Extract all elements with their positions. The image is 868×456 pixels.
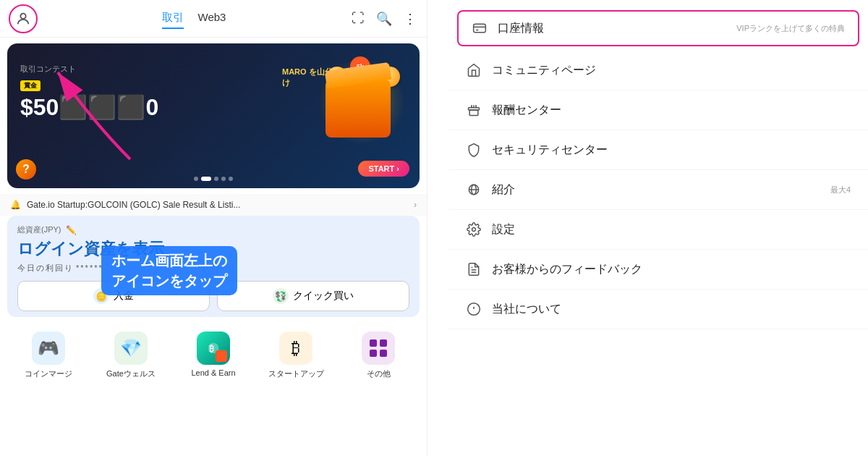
menu-text-referral: 紹介: [492, 182, 820, 198]
menu-text-account: 口座情報: [498, 21, 726, 36]
shortcut-other[interactable]: その他: [337, 332, 420, 379]
start-button[interactable]: START ›: [358, 161, 409, 177]
menu-badge-referral: 最大4: [830, 185, 851, 195]
menu-item-rewards[interactable]: 報酬センター: [448, 90, 868, 130]
lend-earn-icon: ₿: [197, 332, 230, 365]
menu-text-feedback: お客様からのフィードバック: [492, 262, 851, 277]
svg-text:₿: ₿: [209, 344, 214, 354]
account-icon: [472, 20, 488, 36]
svg-point-16: [472, 228, 476, 232]
shortcut-startup[interactable]: ₿ スタートアップ: [255, 332, 337, 379]
lend-earn-label: Lend & Earn: [191, 368, 235, 377]
right-panel: 口座情報 VIPランクを上げて多くの特典 コミュニティページ: [448, 0, 868, 456]
menu-text-settings: 設定: [492, 222, 851, 237]
quick-buy-icon: 💱: [273, 288, 289, 304]
annotation-text: ホーム画面左上の アイコンをタップ: [101, 246, 237, 295]
nav-tab-web3[interactable]: Web3: [198, 8, 226, 29]
shortcut-gate-wells[interactable]: 💎 Gateウェルス: [90, 332, 172, 379]
news-ticker[interactable]: 🔔 Gate.io Startup:GOLCOIN (GOLC) Sale Re…: [0, 194, 427, 216]
svg-rect-7: [380, 350, 387, 357]
shortcut-lend-earn[interactable]: ₿ Lend & Earn: [172, 332, 255, 379]
other-label: その他: [367, 368, 391, 379]
assets-label: 総資産(JPY): [17, 224, 61, 235]
banner-dots: [194, 177, 233, 181]
other-icon: [362, 332, 395, 365]
assets-header: 総資産(JPY) ✏️: [17, 224, 409, 235]
settings-icon: [466, 221, 482, 237]
treasure-box: [326, 80, 391, 138]
edit-icon[interactable]: ✏️: [66, 225, 77, 235]
menu-item-feedback[interactable]: お客様からのフィードバック: [448, 250, 868, 290]
arrow-annotation: [36, 51, 145, 169]
left-panel: 取引 Web3 ⛶ 🔍 ⋮ 取引コンテスト 賞金 $50⬛⬛⬛0 5k MARO…: [0, 0, 427, 456]
dot-3: [214, 177, 218, 181]
shortcut-coin-merge[interactable]: 🎮 コインマージ: [7, 332, 90, 379]
menu-text-rewards: 報酬センター: [492, 103, 851, 118]
menu-badge-account: VIPランクを上げて多くの特典: [736, 23, 845, 34]
svg-point-0: [20, 13, 25, 18]
yield-label: 今日の利回り: [17, 263, 74, 272]
shortcuts: 🎮 コインマージ 💎 Gateウェルス ₿ Lend & Earn ₿ スタート…: [0, 323, 427, 382]
gate-wells-icon: 💎: [114, 332, 148, 365]
search-icon[interactable]: 🔍: [376, 11, 392, 27]
community-icon: [466, 62, 482, 78]
menu-text-security: セキュリティセンター: [492, 143, 851, 158]
referral-icon: [466, 182, 482, 198]
top-nav: 取引 Web3 ⛶ 🔍 ⋮: [0, 0, 427, 38]
more-icon[interactable]: ⋮: [402, 11, 418, 27]
dot-5: [229, 177, 233, 181]
svg-rect-4: [370, 339, 377, 347]
security-icon: [466, 142, 482, 158]
coin-merge-label: コインマージ: [25, 368, 72, 379]
menu-item-security[interactable]: セキュリティセンター: [448, 130, 868, 170]
question-button[interactable]: ?: [16, 159, 36, 180]
rewards-icon: [466, 102, 482, 118]
svg-rect-8: [474, 24, 486, 33]
dot-4: [221, 177, 226, 181]
menu-item-community[interactable]: コミュニティページ: [448, 51, 868, 90]
quick-buy-label: クイック買い: [293, 290, 354, 303]
menu-item-settings[interactable]: 設定: [448, 210, 868, 250]
news-chevron-icon: ›: [414, 200, 417, 210]
nav-icons: ⛶ 🔍 ⋮: [350, 11, 418, 27]
startup-icon: ₿: [279, 332, 312, 365]
svg-rect-6: [370, 350, 377, 357]
svg-rect-5: [380, 339, 387, 347]
panel-divider: [427, 0, 427, 456]
avatar-button[interactable]: [9, 4, 38, 33]
about-icon: [466, 301, 482, 317]
dot-1: [194, 177, 198, 181]
quick-buy-button[interactable]: 💱 クイック買い: [217, 281, 409, 311]
menu-item-about[interactable]: 当社について: [448, 290, 868, 329]
feedback-icon: [466, 261, 482, 277]
menu-item-account[interactable]: 口座情報 VIPランクを上げて多くの特典: [457, 10, 859, 46]
menu-list: 口座情報 VIPランクを上げて多くの特典 コミュニティページ: [448, 0, 868, 329]
menu-text-about: 当社について: [492, 302, 851, 317]
menu-text-community: コミュニティページ: [492, 63, 851, 78]
gate-wells-label: Gateウェルス: [106, 368, 156, 379]
news-icon: 🔔: [10, 200, 21, 210]
menu-item-referral[interactable]: 紹介 最大4: [448, 170, 868, 210]
expand-icon[interactable]: ⛶: [350, 11, 366, 27]
startup-label: スタートアップ: [268, 368, 324, 379]
yield-value: ******: [76, 263, 103, 272]
nav-tab-trade[interactable]: 取引: [162, 8, 184, 29]
coin-merge-icon: 🎮: [32, 332, 65, 365]
dot-2: [201, 177, 211, 181]
annotation-line2: アイコンをタップ: [111, 271, 227, 291]
annotation-line1: ホーム画面左上の: [111, 250, 227, 271]
svg-rect-12: [469, 110, 478, 116]
news-text: Gate.io Startup:GOLCOIN (GOLC) Sale Resu…: [27, 200, 408, 210]
nav-tabs: 取引 Web3: [49, 8, 339, 29]
